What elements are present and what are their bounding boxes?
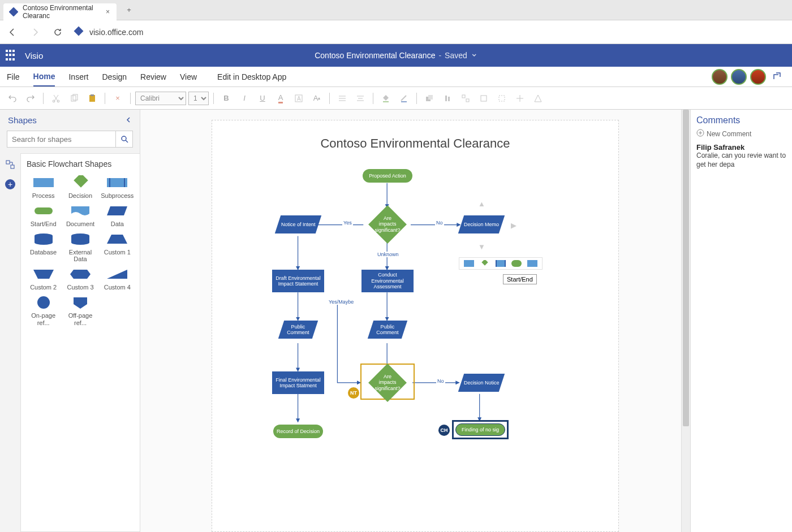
cut-button[interactable] — [48, 90, 64, 106]
line-color-button[interactable] — [396, 90, 412, 106]
canvas[interactable]: Contoso Environmental Clearance — [140, 110, 690, 532]
highlight-button[interactable]: A — [291, 90, 307, 106]
bring-front-button[interactable] — [476, 90, 492, 106]
bullets-button[interactable] — [334, 90, 350, 106]
share-icon[interactable] — [769, 69, 785, 85]
presence-avatar[interactable] — [712, 69, 728, 85]
node-proposed-action[interactable]: Proposed Action — [363, 169, 412, 183]
address-bar[interactable]: visio.office.com — [74, 26, 143, 38]
position-button[interactable] — [512, 90, 528, 106]
fill-color-button[interactable] — [378, 90, 394, 106]
quick-shapes-toolbar[interactable] — [459, 257, 543, 270]
paste-button[interactable] — [84, 90, 100, 106]
delete-button[interactable]: × — [110, 90, 126, 106]
shape-decision[interactable]: Decision — [63, 175, 97, 199]
tab-insert[interactable]: Insert — [68, 68, 88, 86]
arrange-button[interactable] — [421, 90, 437, 106]
bold-button[interactable]: B — [218, 90, 234, 106]
autoconnect-arrow-icon[interactable]: ▶ — [511, 221, 518, 228]
qs-subprocess-icon[interactable] — [496, 260, 506, 267]
stencil-icon[interactable] — [3, 158, 17, 171]
shape-custom-1[interactable]: Custom 1 — [101, 232, 134, 262]
chevron-down-icon[interactable] — [471, 51, 477, 60]
node-impacts-1[interactable]: Are impacts significant? — [368, 205, 407, 244]
refresh-button[interactable] — [51, 25, 64, 39]
node-conduct-ea[interactable]: Conduct Environmental Assessment — [361, 270, 414, 292]
font-color-button[interactable]: A — [273, 90, 289, 106]
group-button[interactable] — [458, 90, 474, 106]
node-public-1[interactable]: Public Comment — [278, 321, 318, 339]
node-public-2[interactable]: Public Comment — [368, 321, 407, 339]
shape-label: Decision — [68, 192, 92, 199]
qs-decision-icon[interactable] — [480, 260, 490, 267]
font-size-picker[interactable]: 12 — [188, 92, 209, 105]
shape-label: Subprocess — [101, 192, 134, 199]
new-tab-button[interactable]: + — [121, 2, 137, 18]
app-launcher-icon[interactable] — [6, 50, 17, 61]
font-picker[interactable]: Calibri — [135, 92, 186, 105]
node-finding[interactable]: Finding of no sig — [455, 423, 505, 436]
node-decision-memo[interactable]: Decision Memo — [458, 215, 505, 233]
align-shapes-button[interactable] — [440, 90, 455, 106]
shape-custom-4[interactable]: Custom 4 — [101, 267, 134, 291]
shape-off-page-ref-[interactable]: Off-page ref... — [63, 295, 97, 326]
qs-data-icon[interactable] — [527, 260, 537, 267]
svg-rect-31 — [11, 165, 14, 168]
comment-item[interactable]: Filip Safranek Coralie, can you revie wa… — [696, 143, 786, 169]
presence-avatar[interactable] — [731, 69, 747, 85]
tab-file[interactable]: File — [7, 68, 20, 86]
shape-label: Custom 1 — [104, 249, 131, 256]
send-back-button[interactable] — [494, 90, 510, 106]
scrollbar-thumb[interactable] — [683, 110, 689, 426]
tab-home[interactable]: Home — [33, 67, 55, 86]
close-tab-icon[interactable]: × — [105, 8, 111, 16]
forward-button[interactable] — [28, 25, 42, 39]
coauthor-badge-nt[interactable]: NT — [348, 387, 359, 399]
presence-avatar[interactable] — [750, 69, 766, 85]
shapes-search-input[interactable] — [7, 135, 115, 144]
search-icon[interactable] — [115, 131, 132, 148]
qs-process-icon[interactable] — [464, 260, 474, 267]
underline-button[interactable]: U — [255, 90, 270, 106]
align-button[interactable] — [352, 90, 368, 106]
tab-design[interactable]: Design — [102, 68, 127, 86]
node-draft-eis[interactable]: Draft Environmental Impact Statement — [272, 270, 324, 292]
add-stencil-button[interactable]: + — [5, 179, 15, 189]
autoconnect-arrow-icon[interactable]: ▼ — [478, 243, 485, 249]
shape-on-page-ref-[interactable]: On-page ref... — [27, 295, 60, 326]
italic-button[interactable]: I — [236, 90, 252, 106]
shape-start-end[interactable]: Start/End — [27, 204, 60, 227]
shape-external-data[interactable]: External Data — [63, 232, 97, 262]
shape-subprocess[interactable]: Subprocess — [101, 175, 134, 199]
autoconnect-arrow-icon[interactable]: ▲ — [478, 200, 485, 206]
font-size-inc-button[interactable]: A▴ — [309, 90, 325, 106]
shape-process[interactable]: Process — [27, 175, 60, 199]
shape-data[interactable]: Data — [101, 204, 134, 227]
browser-tab[interactable]: Contoso Environmental Clearanc × — [3, 3, 117, 20]
tab-review[interactable]: Review — [140, 68, 166, 86]
shape-database[interactable]: Database — [27, 232, 60, 262]
tab-view[interactable]: View — [180, 68, 197, 86]
node-notice-intent[interactable]: Notice of Intent — [275, 215, 321, 233]
undo-button[interactable] — [5, 90, 20, 106]
shape-document[interactable]: Document — [63, 204, 97, 227]
svg-rect-16 — [383, 101, 389, 102]
collapse-icon[interactable] — [125, 115, 132, 125]
shape-custom-3[interactable]: Custom 3 — [63, 267, 97, 291]
redo-button[interactable] — [23, 90, 38, 106]
copy-button[interactable] — [66, 90, 82, 106]
vertical-scrollbar[interactable] — [681, 110, 690, 532]
node-final-eis[interactable]: Final Environmental Impact Statment — [272, 371, 324, 394]
document-title[interactable]: Contoso Environmental Clearance - Saved — [315, 51, 477, 60]
node-decision-notice[interactable]: Decision Notice — [458, 374, 505, 392]
node-record[interactable]: Record of Decision — [273, 425, 323, 438]
shape-custom-2[interactable]: Custom 2 — [27, 267, 60, 291]
new-comment-button[interactable]: New Comment — [696, 129, 786, 139]
qs-startend-icon[interactable] — [511, 260, 522, 267]
coauthor-badge-ch[interactable]: CH — [438, 425, 450, 436]
drawing-page[interactable]: Contoso Environmental Clearance — [212, 120, 619, 532]
back-button[interactable] — [6, 25, 19, 39]
styles-button[interactable] — [530, 90, 546, 106]
edit-in-desktop-button[interactable]: Edit in Desktop App — [217, 68, 286, 86]
svg-rect-30 — [6, 161, 10, 164]
